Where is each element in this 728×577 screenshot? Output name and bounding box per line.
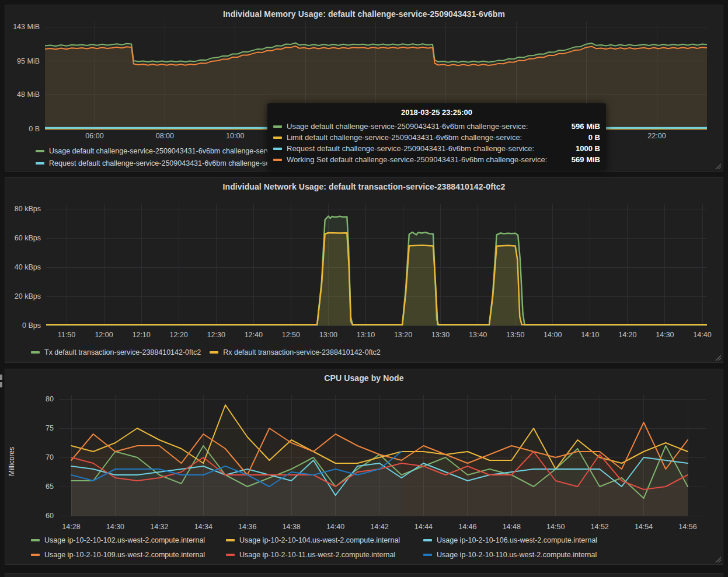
graph-tooltip: 2018-03-25 23:25:00 Usage default challe…	[267, 103, 606, 170]
tooltip-rows: Usage default challenge-service-25090434…	[273, 121, 600, 165]
x-axis-tick: 12:30	[207, 331, 225, 339]
panel-network-usage: Individual Network Usage: default transa…	[5, 177, 723, 363]
x-axis-tick: 14:40	[693, 331, 711, 339]
x-axis-tick: 14:52	[591, 523, 609, 531]
tooltip-series-swatch-icon	[273, 125, 282, 128]
x-axis-tick: 12:50	[282, 331, 300, 339]
x-axis-tick: 12:20	[170, 331, 188, 339]
x-axis-tick: 13:40	[469, 331, 487, 339]
x-axis-tick: 12:00	[95, 331, 113, 339]
series-fill-tx-default-transaction-service-2388410142-0ftc2	[46, 216, 707, 326]
legend-label: Usage ip-10-2-10-11.us-west-2.compute.in…	[239, 550, 395, 559]
x-axis-tick: 12:40	[245, 331, 263, 339]
x-axis-tick: 14:00	[544, 331, 562, 339]
x-axis-tick: 13:30	[431, 331, 450, 339]
y-axis-tick: 60 kBps	[15, 234, 41, 242]
grafana-dashboard: Individual Memory Usage: default challen…	[0, 0, 728, 577]
series-line-rx-default-transaction-service-2388410142-0ftc2[interactable]	[46, 233, 707, 324]
tooltip-series-swatch-icon	[273, 159, 282, 161]
tooltip-series-value: 1000 B	[567, 144, 600, 153]
legend-item-usage-ip-10-2-10-102-us-west-2-compute-internal[interactable]: Usage ip-10-2-10-102.us-west-2.compute.i…	[31, 536, 226, 545]
x-axis-tick: 14:36	[238, 523, 256, 531]
y-axis-tick: 0 B	[29, 125, 40, 133]
tooltip-series-label: Limit default challenge-service-25090434…	[287, 133, 580, 142]
legend-item-rx-default-transaction-service-2388410142-0ftc2[interactable]: Rx default transaction-service-238841014…	[210, 348, 381, 357]
x-axis-tick: 14:10	[581, 331, 599, 339]
x-axis-tick: 14:38	[283, 523, 301, 531]
x-axis-tick: 13:50	[506, 331, 524, 339]
x-axis-tick: 13:00	[319, 331, 337, 339]
scroll-indicator	[0, 382, 2, 387]
legend-label: Usage ip-10-2-10-109.us-west-2.compute.i…	[44, 550, 205, 559]
panel-title[interactable]: Individual Memory Usage: default challen…	[5, 9, 723, 19]
y-axis-tick: 80	[46, 395, 54, 403]
tooltip-timestamp: 2018-03-25 23:25:00	[273, 108, 600, 117]
legend-item-tx-default-transaction-service-2388410142-0ftc2[interactable]: Tx default transaction-service-238841014…	[31, 348, 201, 357]
tooltip-row: Working Set default challenge-service-25…	[273, 154, 600, 165]
y-axis-tick: 143 MiB	[13, 23, 40, 31]
legend-series-swatch-icon	[423, 554, 432, 556]
x-axis-tick: 14:48	[503, 523, 521, 531]
legend-series-swatch-icon	[36, 162, 44, 165]
y-axis-tick: 95 MiB	[17, 57, 40, 65]
legend-series-swatch-icon	[31, 351, 40, 354]
y-axis-tick: 65	[46, 482, 54, 491]
series-fill-rx-default-transaction-service-2388410142-0ftc2	[46, 233, 707, 326]
legend-label: Request default challenge-service-250904…	[49, 159, 285, 168]
x-axis-tick: 14:40	[326, 523, 344, 531]
legend-item-usage-ip-10-2-10-11-us-west-2-compute-internal[interactable]: Usage ip-10-2-10-11.us-west-2.compute.in…	[226, 550, 423, 559]
series-line-tx-default-transaction-service-2388410142-0ftc2[interactable]	[46, 216, 707, 325]
tooltip-series-value: 596 MiB	[563, 122, 600, 131]
y-axis-tick: 48 MiB	[17, 90, 40, 99]
scroll-indicator	[0, 375, 2, 380]
legend-series-swatch-icon	[210, 351, 218, 354]
legend-item-usage-ip-10-2-10-104-us-west-2-compute-internal[interactable]: Usage ip-10-2-10-104.us-west-2.compute.i…	[226, 536, 423, 545]
x-axis-tick: 14:30	[656, 331, 674, 339]
next-panel-edge	[5, 573, 723, 577]
x-axis-tick: 14:30	[106, 523, 124, 531]
y-axis-tick: 80 kBps	[15, 205, 41, 213]
tooltip-row: Request default challenge-service-250904…	[273, 143, 600, 154]
x-axis-tick: 13:20	[394, 331, 412, 339]
network-legend: Tx default transaction-service-238841014…	[31, 348, 381, 357]
legend-label: Usage default challenge-service-25090434…	[49, 146, 279, 156]
legend-label: Usage ip-10-2-10-104.us-west-2.compute.i…	[239, 536, 400, 545]
network-plot[interactable]: 0 Bps20 kBps40 kBps60 kBps80 kBps11:5012…	[5, 178, 723, 362]
cpu-plot[interactable]: 606570758014:2814:3014:3214:3414:3614:38…	[5, 369, 723, 564]
legend-label: Usage ip-10-2-10-102.us-west-2.compute.i…	[44, 536, 205, 545]
x-axis-tick: 10:00	[226, 132, 244, 140]
panel-title[interactable]: Individual Network Usage: default transa…	[5, 182, 723, 191]
x-axis-tick: 13:10	[357, 331, 375, 339]
y-axis-tick: 75	[46, 424, 54, 432]
x-axis-tick: 06:00	[85, 132, 103, 140]
legend-item-usage-ip-10-2-10-110-us-west-2-compute-internal[interactable]: Usage ip-10-2-10-110.us-west-2.compute.i…	[423, 550, 597, 559]
legend-series-swatch-icon	[31, 554, 40, 556]
x-axis-tick: 22:00	[647, 132, 666, 140]
x-axis-tick: 14:50	[546, 523, 565, 531]
tooltip-series-label: Usage default challenge-service-25090434…	[287, 122, 563, 131]
legend-label: Usage ip-10-2-10-110.us-west-2.compute.i…	[437, 550, 597, 559]
legend-series-swatch-icon	[36, 150, 44, 152]
x-axis-tick: 14:46	[458, 523, 476, 531]
x-axis-tick: 14:34	[194, 523, 213, 531]
tooltip-series-swatch-icon	[273, 148, 282, 150]
y-axis-tick: 40 kBps	[15, 263, 41, 271]
panel-cpu-usage-by-node: CPU Usage by Node 606570758014:2814:3014…	[5, 369, 723, 565]
tooltip-series-swatch-icon	[273, 137, 282, 139]
legend-item-usage-ip-10-2-10-106-us-west-2-compute-internal[interactable]: Usage ip-10-2-10-106.us-west-2.compute.i…	[423, 536, 597, 545]
cpu-legend: Usage ip-10-2-10-102.us-west-2.compute.i…	[31, 536, 597, 559]
legend-label: Usage ip-10-2-10-106.us-west-2.compute.i…	[437, 536, 597, 545]
legend-series-swatch-icon	[226, 539, 235, 541]
y-axis-tick: 20 kBps	[15, 292, 41, 300]
x-axis-tick: 14:20	[618, 331, 636, 339]
tooltip-series-label: Working Set default challenge-service-25…	[287, 155, 563, 164]
x-axis-tick: 14:32	[150, 523, 168, 531]
x-axis-tick: 14:56	[678, 523, 696, 531]
tooltip-series-value: 0 B	[580, 133, 600, 142]
panel-title[interactable]: CPU Usage by Node	[5, 373, 723, 383]
x-axis-tick: 11:50	[58, 331, 75, 339]
x-axis-tick: 14:28	[62, 523, 80, 531]
legend-item-usage-ip-10-2-10-109-us-west-2-compute-internal[interactable]: Usage ip-10-2-10-109.us-west-2.compute.i…	[31, 550, 226, 559]
x-axis-tick: 14:54	[635, 523, 653, 531]
y-axis-label: Millicores	[8, 447, 16, 476]
